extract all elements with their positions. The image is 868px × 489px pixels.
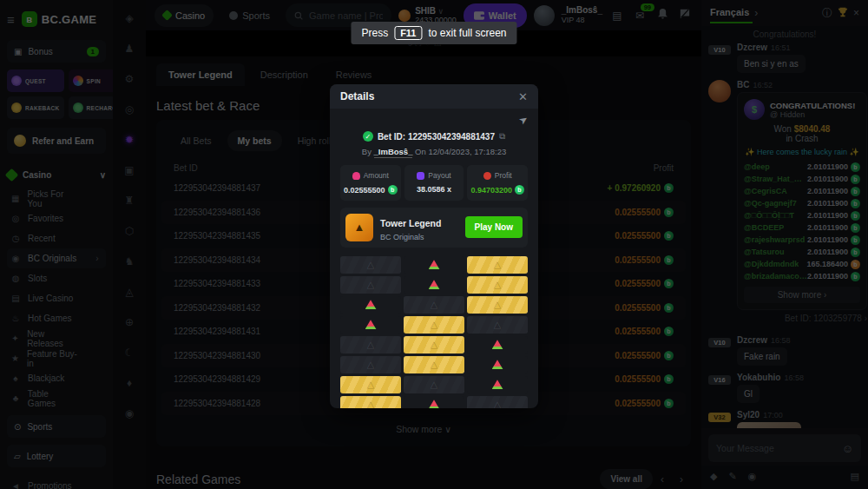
fullscreen-toast: Press F11 to exit full screen — [351, 22, 516, 44]
tower-grid — [340, 256, 528, 408]
bc-coin-icon: b — [388, 185, 398, 195]
f11-key: F11 — [394, 26, 422, 40]
tower-cell — [340, 256, 401, 274]
bet-username-link[interactable]: _ImBosŝ_ — [374, 147, 413, 158]
tower-cell — [467, 296, 528, 314]
tower-cell — [404, 356, 464, 373]
game-title: Tower Legend — [380, 218, 441, 228]
play-now-button[interactable]: Play Now — [465, 216, 523, 238]
tower-cell — [467, 356, 528, 373]
modal-header: Details ✕ — [330, 84, 538, 109]
tower-row — [340, 396, 528, 408]
tower-cell — [467, 316, 528, 334]
bc-coin-icon: b — [515, 185, 524, 195]
tower-cell — [467, 256, 528, 274]
tower-row — [340, 336, 528, 354]
game-thumbnail — [345, 214, 373, 241]
stat-amount: Amount 0.02555500b — [340, 165, 401, 201]
tower-cell — [340, 336, 401, 354]
bet-id-value: Bet ID: 122953042394881437 — [378, 132, 495, 142]
tower-row — [340, 276, 528, 294]
tower-cell — [340, 296, 401, 314]
tower-cell — [404, 276, 464, 294]
stat-profit: Profit 0.94703200b — [467, 165, 528, 201]
details-modal: Details ✕ ➤ ✓ Bet ID: 122953042394881437… — [330, 84, 538, 408]
tower-cell — [467, 376, 528, 393]
tower-cell — [404, 396, 464, 408]
tower-row — [340, 296, 528, 314]
amount-icon — [352, 172, 360, 180]
bet-stats: Amount 0.02555500b Payout 38.0586 x Prof… — [340, 165, 528, 201]
stat-payout: Payout 38.0586 x — [404, 165, 464, 201]
tower-cell — [340, 276, 401, 294]
tower-cell — [404, 256, 464, 274]
modal-title: Details — [340, 90, 518, 102]
bet-datetime: 12/04/2023, 17:18:23 — [428, 147, 506, 156]
tower-cell — [404, 376, 464, 393]
verified-icon: ✓ — [363, 131, 373, 142]
tower-cell — [340, 396, 401, 408]
tower-row — [340, 256, 528, 274]
tower-cell — [467, 396, 528, 408]
bet-meta-row: By _ImBosŝ_ On 12/04/2023, 17:18:23 — [340, 147, 528, 156]
tower-cell — [340, 356, 401, 373]
bet-id-row: ✓ Bet ID: 122953042394881437 ⧉ — [340, 131, 528, 142]
share-icon[interactable]: ➤ — [516, 112, 530, 127]
profit-icon — [483, 172, 491, 180]
tower-cell — [340, 316, 401, 334]
tower-cell — [340, 376, 401, 393]
tower-cell — [404, 336, 464, 354]
modal-close-icon[interactable]: ✕ — [518, 90, 528, 103]
tower-cell — [404, 316, 464, 334]
tower-row — [340, 356, 528, 373]
game-card: Tower Legend BC Originals Play Now — [340, 208, 528, 248]
tower-row — [340, 316, 528, 334]
share-row: ➤ — [340, 114, 528, 129]
game-provider: BC Originals — [380, 232, 458, 242]
tower-row — [340, 376, 528, 393]
tower-cell — [404, 296, 464, 314]
copy-icon[interactable]: ⧉ — [499, 131, 505, 142]
tower-cell — [467, 336, 528, 354]
tower-cell — [467, 276, 528, 294]
payout-icon — [417, 172, 424, 180]
